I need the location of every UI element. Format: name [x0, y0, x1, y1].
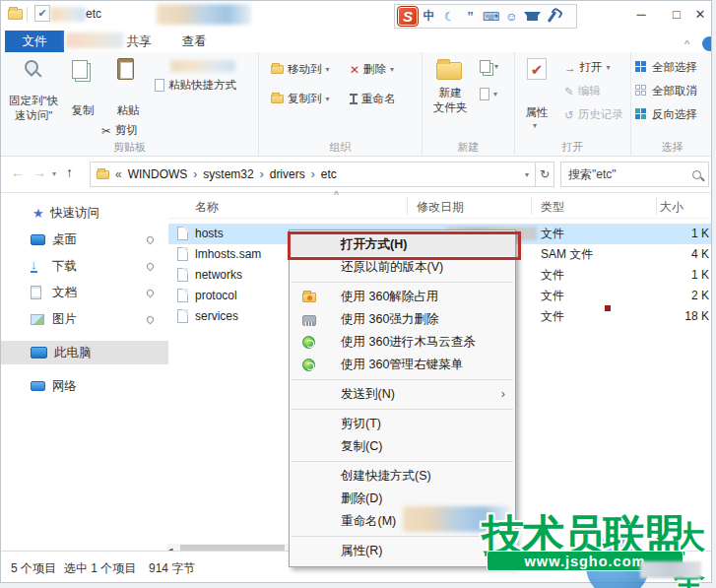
close-button[interactable]: ✕	[687, 1, 712, 29]
address-bar[interactable]: « WINDOWS › system32 › drivers › etc ▾	[90, 162, 536, 187]
collapse-ribbon-icon[interactable]: ^	[684, 38, 689, 50]
open-button[interactable]: → 打开 ▾	[564, 60, 611, 75]
pin-icon	[146, 234, 156, 244]
skin-icon[interactable]	[527, 12, 538, 21]
keyboard-icon[interactable]: ⌨	[481, 10, 501, 24]
move-to-button[interactable]: 移动到 ▾	[271, 62, 330, 77]
tab-view[interactable]: 查看	[166, 31, 222, 52]
moon-icon[interactable]: ☾	[439, 10, 460, 24]
star-icon: ★	[33, 206, 44, 221]
history-icon: ↺	[564, 108, 574, 122]
sidebar-item-documents[interactable]: 文档	[1, 281, 168, 304]
360-security-icon	[302, 359, 315, 371]
menu-item-360-trojan-scan[interactable]: 使用 360进行木马云查杀	[290, 331, 515, 354]
chevron-right-icon[interactable]: ›	[311, 167, 315, 181]
folder-unlock-icon	[302, 293, 316, 302]
column-header-name[interactable]: 名称	[195, 199, 219, 216]
person-icon[interactable]: ☺	[501, 10, 522, 24]
delete-button[interactable]: ✕ 删除 ▾	[350, 62, 394, 77]
menu-item-cut[interactable]: 剪切(T)	[290, 413, 515, 435]
sidebar-item-downloads[interactable]: ↓ 下载	[1, 254, 168, 278]
new-folder-button[interactable]: 新建 文件夹	[424, 86, 476, 115]
menu-item-360-force-delete[interactable]: 使用 360强力删除	[290, 308, 515, 331]
sidebar-item-desktop[interactable]: 桌面	[1, 228, 168, 251]
file-size: 1 K	[691, 265, 709, 286]
caret-icon: ▾	[533, 121, 537, 130]
up-button[interactable]: ↑	[66, 164, 73, 180]
chevron-right-icon[interactable]: ›	[193, 167, 197, 181]
menu-item-360-unlock[interactable]: 使用 360解除占用	[290, 286, 515, 308]
select-none-button[interactable]: 全部取消	[635, 84, 697, 98]
column-divider[interactable]	[531, 197, 532, 215]
column-header-date[interactable]: 修改日期	[417, 199, 464, 216]
select-none-icon	[635, 85, 648, 98]
ime-toolbar[interactable]: S 中 ☾ ’’ ⌨ ☺	[394, 4, 577, 29]
censored-blur	[66, 33, 123, 48]
select-all-button[interactable]: 全部选择	[635, 60, 697, 75]
punctuation-icon[interactable]: ’’	[460, 10, 481, 24]
breadcrumb-system32[interactable]: system32	[203, 167, 253, 181]
file-name: protocol	[195, 286, 237, 306]
refresh-button[interactable]: ↻	[536, 162, 554, 187]
copy-button[interactable]: 复制	[62, 103, 103, 118]
pictures-label: 图片	[52, 311, 77, 328]
sidebar-item-quick-access[interactable]: ★ 快速访问	[1, 201, 168, 225]
history-button[interactable]: ↺ 历史记录	[564, 107, 623, 122]
column-header-size[interactable]: 大小	[660, 199, 683, 216]
breadcrumb-etc[interactable]: etc	[321, 167, 337, 181]
menu-separator	[292, 409, 513, 410]
group-label-select: 选择	[631, 140, 712, 155]
menu-label: 使用 360强力删除	[341, 312, 438, 326]
minimize-button[interactable]: ─	[625, 1, 657, 29]
breadcrumb-windows[interactable]: WINDOWS	[128, 167, 188, 181]
rename-button[interactable]: 重命名	[350, 92, 396, 106]
file-name: services	[195, 306, 238, 327]
back-button[interactable]: ←	[11, 164, 25, 180]
menu-item-create-shortcut[interactable]: 创建快捷方式(S)	[290, 465, 515, 488]
recent-locations-icon[interactable]: ▾	[52, 169, 56, 178]
column-header-type[interactable]: 类型	[541, 199, 564, 216]
menu-item-send-to[interactable]: 发送到(N) ›	[290, 383, 515, 406]
sort-ascending-icon: ^	[334, 190, 339, 201]
properties-quick-icon[interactable]: ✔	[34, 5, 50, 22]
sidebar-item-pictures[interactable]: 图片	[1, 307, 168, 331]
forward-button[interactable]: →	[33, 164, 46, 180]
menu-label: 使用 360管理右键菜单	[341, 358, 463, 371]
sidebar-item-this-pc[interactable]: 此电脑	[1, 341, 168, 364]
pin-icon	[25, 60, 38, 74]
copy-to-icon	[271, 95, 284, 103]
rename-icon	[350, 94, 358, 104]
selection-bytes: 914 字节	[149, 560, 195, 577]
selection-count: 选中 1 个项目	[64, 560, 136, 577]
new-item-button[interactable]: ▾	[480, 60, 498, 73]
edit-button[interactable]: ✎ 编辑	[564, 84, 601, 98]
sidebar-item-network[interactable]: 网络	[1, 374, 168, 398]
ime-mode-icon[interactable]: 中	[419, 8, 439, 25]
easy-access-button[interactable]: ▾	[480, 88, 497, 100]
address-dropdown-icon[interactable]: ▾	[525, 170, 529, 179]
file-size: 2 K	[691, 286, 709, 306]
breadcrumb-prefix: «	[115, 167, 122, 181]
copy-to-button[interactable]: 复制到 ▾	[271, 92, 330, 106]
sogou-logo-icon[interactable]: S	[397, 6, 419, 27]
column-divider[interactable]	[407, 197, 408, 215]
file-icon	[177, 268, 188, 282]
invert-selection-button[interactable]: 反向选择	[635, 107, 697, 122]
toolbox-icon[interactable]	[548, 11, 556, 23]
search-input[interactable]: 搜索"etc"	[560, 162, 709, 187]
menu-item-360-manage-menu[interactable]: 使用 360管理右键菜单	[290, 354, 515, 376]
breadcrumb-drivers[interactable]: drivers	[270, 167, 305, 181]
pin-to-quick-access-button[interactable]: 固定到"快速访问"	[5, 94, 62, 123]
cut-button[interactable]: ✂ 剪切	[101, 123, 138, 138]
help-icon[interactable]	[702, 36, 712, 51]
tab-file[interactable]: 文件	[5, 31, 64, 52]
paste-shortcut-button[interactable]: 粘贴快捷方式	[155, 78, 236, 93]
menu-item-copy[interactable]: 复制(C)	[290, 435, 515, 458]
search-icon[interactable]	[692, 170, 701, 179]
properties-button[interactable]: 属性	[517, 105, 556, 120]
cut-label: 剪切	[115, 123, 138, 138]
paste-button[interactable]: 粘贴	[107, 103, 149, 118]
delete-icon: ✕	[350, 63, 359, 77]
chevron-right-icon[interactable]: ›	[260, 167, 264, 181]
column-divider[interactable]	[656, 197, 657, 215]
